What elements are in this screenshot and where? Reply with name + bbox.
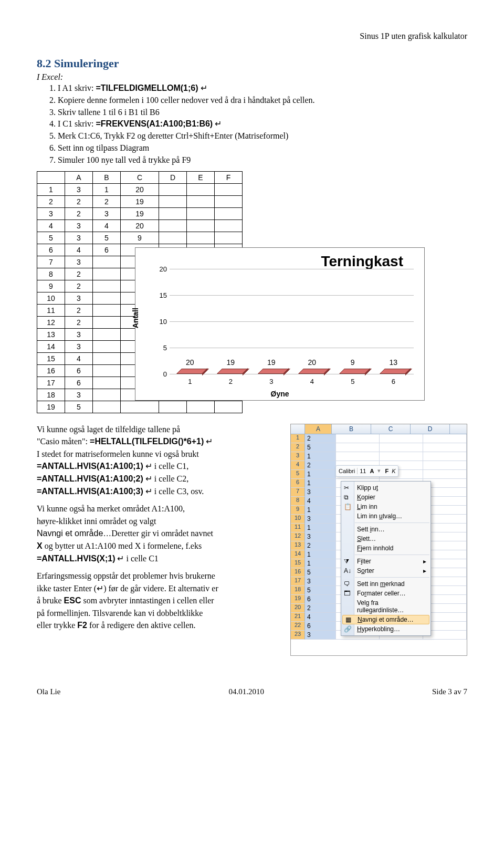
sort-icon: A↓	[344, 567, 351, 574]
context-menu-item[interactable]: ✂Klipp ut	[341, 483, 430, 493]
footer-right: Side 3 av 7	[432, 687, 467, 696]
key: ESC	[64, 596, 81, 605]
text: Erfaringsmessig oppstår det problemer hv…	[37, 571, 215, 580]
context-menu-item[interactable]: 🔗Hyperkobling…	[341, 624, 430, 634]
footer-center: 04.01.2010	[228, 687, 264, 696]
in-excel-label: I Excel:	[37, 72, 63, 81]
text: ikke taster Enter (↵) før de går videre.…	[37, 584, 218, 593]
formula: =HELTALL(TILFELDIG()*6+1)	[90, 437, 204, 446]
text: ↵ i celle C1	[115, 554, 158, 563]
steps-list: I A1 skriv: =TILFELDIGMELLOM(1;6) ↵Kopie…	[37, 83, 467, 166]
text: eller trykke	[37, 621, 77, 630]
chart-plot-area: 0510152020191920913123456	[170, 269, 414, 374]
text: å bruke	[37, 596, 64, 605]
bar-chart: Terningkast Antall Øyne 0510152020191920…	[135, 247, 425, 401]
lower-text: Vi kunne også laget de tilfeldige tallen…	[37, 424, 281, 656]
format-icon: 🗔	[344, 590, 351, 597]
page-footer: Ola Lie 04.01.2010 Side 3 av 7	[37, 687, 467, 696]
text: for å redigere den aktive cellen.	[87, 621, 196, 630]
text: høyre-klikket inni området og valgt	[37, 517, 156, 526]
chart-xlabel: Øyne	[270, 390, 289, 398]
formula: =ANTALL.HVIS(A1:A100;2)	[37, 474, 143, 483]
text: "Casio måten":	[37, 437, 90, 446]
text: Vi kunne også ha merket området A1:A100,	[37, 504, 185, 513]
chart-ylabel: Antall	[131, 308, 140, 328]
formula: =ANTALL.HVIS(A1:A100;3)	[37, 487, 143, 496]
text: X	[37, 541, 43, 550]
formula: =ANTALL.HVIS(A1:A100;1)	[37, 462, 143, 470]
context-menu-item[interactable]: Sett inn…	[341, 525, 430, 534]
text: I stedet for matriseformelen kunne vi og…	[37, 449, 199, 458]
context-menu-item[interactable]: 📋Lim inn	[341, 502, 430, 511]
step-item: Merk C1:C6, Trykk F2 og deretter Ctrl+Sh…	[58, 131, 467, 142]
text: og bytter ut A1:A100 med X i formelene, …	[43, 541, 202, 550]
comment-icon: 🗨	[344, 580, 351, 588]
step-item: Sett inn og tilpass Diagram	[58, 143, 467, 154]
text: som avbryter inntastingen i cellen eller	[81, 596, 214, 605]
context-menu-item[interactable]: ⧩Filter▸	[341, 557, 430, 566]
excel-contextmenu-screenshot: ABCD122531425161738491103111123132141151…	[290, 424, 467, 656]
step-item: Skriv tallene 1 til 6 i B1 til B6	[58, 107, 467, 118]
step-item: Simuler 100 nye tall ved å trykke på F9	[58, 155, 467, 166]
text: ↵ i celle C3, osv.	[143, 487, 204, 496]
filter-icon: ⧩	[344, 558, 351, 565]
context-menu-item[interactable]: 🗨Sett inn merknad	[341, 579, 430, 589]
paste-icon: 📋	[344, 503, 351, 510]
mini-toolbar[interactable]: Calibri11A▾FK	[335, 465, 398, 477]
page-header-title: Sinus 1P uten grafisk kalkulator	[37, 32, 467, 41]
name-icon: ▦	[345, 616, 353, 623]
context-menu[interactable]: ✂Klipp ut⧉Kopier📋Lim innLim inn utvalg…S…	[341, 481, 431, 636]
text: ↵ i celle C1,	[143, 462, 188, 470]
text: Deretter gir vi området navnet	[111, 529, 213, 538]
text: Vi kunne også laget de tilfeldige tallen…	[37, 425, 180, 434]
context-menu-item[interactable]: Lim inn utvalg…	[341, 511, 430, 521]
step-item: I A1 skriv: =TILFELDIGMELLOM(1;6) ↵	[58, 83, 467, 94]
menu-name: Navngi et område…	[37, 529, 111, 538]
footer-left: Ola Lie	[37, 687, 60, 696]
text: ↵ i celle C2,	[143, 474, 188, 483]
context-menu-item[interactable]: Fjern innhold	[341, 543, 430, 553]
context-menu-item[interactable]: A↓Sorter▸	[341, 566, 430, 576]
link-icon: 🔗	[344, 625, 351, 633]
cut-icon: ✂	[344, 484, 351, 492]
formula: =ANTALL.HVIS(X;1)	[37, 554, 115, 563]
context-menu-item[interactable]: Slett…	[341, 534, 430, 543]
section-title: 8.2 Simuleringer	[37, 57, 467, 70]
context-menu-item[interactable]: Velg fra rullegardinliste…	[341, 598, 430, 615]
text: ↵	[204, 437, 213, 446]
context-menu-item[interactable]: ⧉Kopier	[341, 493, 430, 502]
context-menu-item[interactable]: 🗔Formater celler…	[341, 589, 430, 598]
step-item: I C1 skriv: =FREKVENS(A1:A100;B1:B6) ↵	[58, 119, 467, 130]
chart-title: Terningkast	[321, 253, 403, 270]
context-menu-item[interactable]: ▦Navngi et område…	[342, 615, 429, 624]
figure-row: ABCDEF1312022219323194342053596461373829…	[37, 171, 467, 413]
key: F2	[77, 621, 87, 630]
intro-block: I Excel: I A1 skriv: =TILFELDIGMELLOM(1;…	[37, 72, 467, 166]
copy-icon: ⧉	[344, 494, 351, 501]
lower-row: Vi kunne også laget de tilfeldige tallen…	[37, 424, 467, 656]
step-item: Kopiere denne formelen i 100 celler nedo…	[58, 95, 467, 106]
text: på formellinjen. Tilsvarende kan vi dobb…	[37, 609, 203, 618]
